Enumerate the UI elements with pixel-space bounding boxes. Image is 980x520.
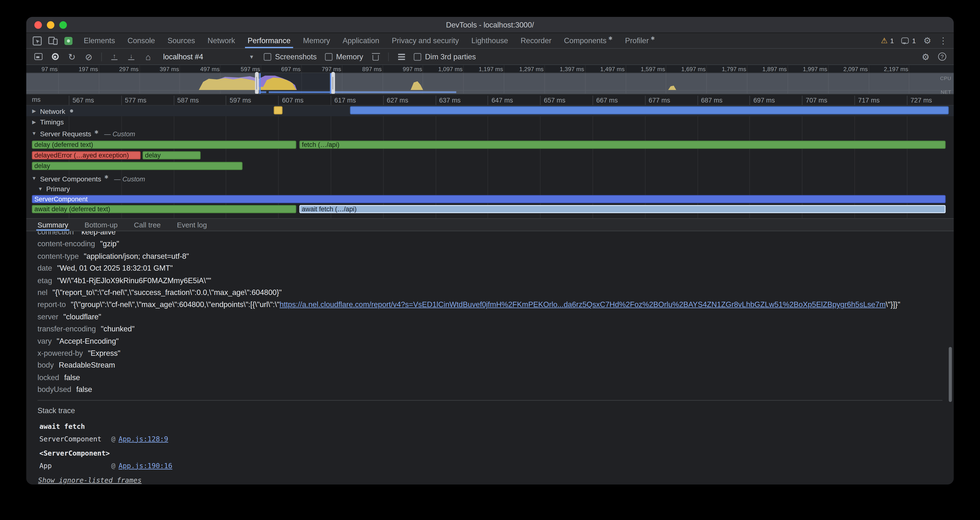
tab-performance[interactable]: Performance <box>241 33 297 48</box>
help-button[interactable]: ? <box>938 52 946 61</box>
track-network[interactable]: ▶ Network <box>26 106 954 116</box>
flame-bar-fetch-api-[interactable]: fetch (…/api) <box>299 141 945 149</box>
tab-elements[interactable]: Elements <box>77 33 121 48</box>
selection-handle-left[interactable] <box>255 72 259 94</box>
tab-privacy-and-security[interactable]: Privacy and security <box>386 33 465 48</box>
summary-property: connection"keep-alive" <box>38 231 954 239</box>
track-timings[interactable]: ▶ Timings <box>26 116 954 127</box>
flame-bar-await-fetch-api-[interactable]: await fetch (…/api) <box>299 205 945 213</box>
source-location-link[interactable]: App.js:190:16 <box>118 460 172 472</box>
tab-lighthouse[interactable]: Lighthouse <box>465 33 514 48</box>
summary-pane[interactable]: connection"keep-alive"content-encoding"g… <box>26 231 954 485</box>
expand-arrow-icon[interactable]: ▼ <box>31 176 37 181</box>
reload-and-record-button[interactable]: ↻ <box>67 52 76 61</box>
warnings-indicator[interactable]: ⚠ 1 <box>881 37 894 45</box>
property-value: "application/json; charset=utf-8" <box>84 252 189 261</box>
overview-time-label: 1,997 ms <box>803 65 827 73</box>
checkbox-box <box>325 53 332 60</box>
device-toolbar-icon[interactable] <box>48 36 58 45</box>
settings-gear-icon[interactable]: ⚙ <box>923 36 931 45</box>
clear-button[interactable]: ⊘ <box>84 52 93 61</box>
issues-indicator[interactable]: 1 <box>901 37 916 45</box>
toolbar-divider <box>101 52 102 61</box>
property-key: transfer-encoding <box>38 324 96 333</box>
dim-3rd-parties-checkbox[interactable]: Dim 3rd parties <box>414 52 476 61</box>
issues-icon <box>901 38 909 44</box>
tab-profiler[interactable]: Profiler✱ <box>619 33 661 48</box>
flame-bar-delay[interactable]: delay <box>32 162 242 170</box>
source-location-link[interactable]: App.js:128:9 <box>118 433 168 445</box>
tab-call-tree[interactable]: Call tree <box>134 219 161 231</box>
tab-summary[interactable]: Summary <box>38 219 68 231</box>
track-label: Primary <box>46 185 70 192</box>
tab-network[interactable]: Network <box>201 33 241 48</box>
ruler-tick-label: 687 ms <box>697 96 722 106</box>
summary-property: etag"W/\"4b1-RjEJloX9kRinu6F0MAZMmy6E5iA… <box>38 275 954 287</box>
collapse-arrow-icon[interactable]: ▶ <box>31 108 37 114</box>
property-value: "{\"group\":\"cf-nel\",\"max_age\":60480… <box>71 300 900 309</box>
details-tabbar: SummaryBottom-upCall treeEvent log <box>26 218 954 231</box>
report-url-link[interactable]: https://a.nel.cloudflare.com/report/v4?s… <box>280 300 886 309</box>
server-components-lane: await delay (deferred text)await fetch (… <box>26 205 954 214</box>
scrollbar-thumb[interactable] <box>949 347 952 402</box>
response-properties-list: connection"keep-alive"content-encoding"g… <box>38 231 954 396</box>
capture-settings-gear-icon[interactable]: ⚙ <box>921 52 930 61</box>
react-devtools-icon[interactable] <box>64 37 73 45</box>
property-key: content-type <box>38 252 79 261</box>
track-server-components[interactable]: ▼ Server Components ✱ — Custom <box>26 173 954 184</box>
tab-console[interactable]: Console <box>121 33 161 48</box>
selection-handle-right[interactable] <box>331 72 335 94</box>
flame-bar-servercomponent[interactable]: ServerComponent <box>32 195 945 203</box>
overview-time-label: 1,597 ms <box>641 65 665 73</box>
summary-property: server"cloudflare" <box>38 311 954 323</box>
tab-sources[interactable]: Sources <box>161 33 201 48</box>
track-label: Server Components <box>40 175 101 182</box>
inspect-icon[interactable] <box>33 36 42 45</box>
track-server-requests[interactable]: ▼ Server Requests ✱ — Custom <box>26 127 954 139</box>
tab-memory[interactable]: Memory <box>297 33 336 48</box>
new-badge-icon: ✱ <box>651 36 655 41</box>
flame-chart[interactable]: delay (deferred text)fetch (…/api) delay… <box>26 106 954 218</box>
property-value: false <box>64 373 80 382</box>
flame-bar-delay-deferred-text-[interactable]: delay (deferred text) <box>32 141 296 149</box>
screenshots-checkbox[interactable]: Screenshots <box>264 52 317 61</box>
warning-icon: ⚠ <box>881 37 888 45</box>
expand-arrow-icon[interactable]: ▼ <box>38 186 43 191</box>
tab-event-log[interactable]: Event log <box>177 219 207 231</box>
show-ignore-listed-link[interactable]: Show ignore-listed frames <box>38 476 142 484</box>
tab-bottom-up[interactable]: Bottom-up <box>84 219 118 231</box>
stack-frame: ServerComponent @ App.js:128:9 <box>38 433 943 445</box>
flame-settings-button[interactable] <box>397 56 406 57</box>
record-button[interactable] <box>51 53 59 60</box>
overview-time-label: 497 ms <box>200 65 220 73</box>
server-requests-lane: delay (deferred text)fetch (…/api) <box>26 140 954 150</box>
property-value: "W/\"4b1-RjEJloX9kRinu6F0MAZMmy6E5iA\"" <box>57 276 211 285</box>
net-lane-label: NET <box>941 89 951 95</box>
live-metrics-button[interactable] <box>34 53 43 60</box>
tab-recorder[interactable]: Recorder <box>514 33 558 48</box>
collect-garbage-button[interactable] <box>371 53 380 60</box>
track-primary-group[interactable]: ▼ Primary <box>26 184 954 194</box>
property-value: "keep-alive" <box>79 231 118 236</box>
load-profile-button[interactable]: ↑ <box>110 53 119 60</box>
property-key: nel <box>38 288 48 297</box>
checkbox-box <box>264 53 271 60</box>
flame-bar-delay[interactable]: delay <box>143 151 200 159</box>
overview-time-label: 197 ms <box>79 65 98 73</box>
tab-application[interactable]: Application <box>336 33 386 48</box>
flame-bar-delayederror-ayed-exception-[interactable]: delayedError (…ayed exception) <box>32 151 141 159</box>
devtools-tabbar: ElementsConsoleSourcesNetworkPerformance… <box>26 33 954 49</box>
ruler-tick-label: 677 ms <box>645 96 670 106</box>
property-key: vary <box>38 337 52 345</box>
dim-label: Dim 3rd parties <box>425 52 476 61</box>
collapse-arrow-icon[interactable]: ▶ <box>31 119 37 125</box>
timeline-overview[interactable]: 97 ms197 ms297 ms397 ms497 ms597 ms697 m… <box>26 65 954 95</box>
more-options-icon[interactable]: ⋮ <box>939 36 947 45</box>
expand-arrow-icon[interactable]: ▼ <box>31 131 37 136</box>
history-select[interactable]: localhost #4 ▾ <box>161 51 256 62</box>
tab-components[interactable]: Components✱ <box>558 33 619 48</box>
save-profile-button[interactable]: ↓ <box>127 53 135 60</box>
flame-bar-await-delay-deferred-text-[interactable]: await delay (deferred text) <box>32 205 296 213</box>
home-button[interactable]: ⌂ <box>144 52 153 61</box>
memory-checkbox[interactable]: Memory <box>325 52 363 61</box>
